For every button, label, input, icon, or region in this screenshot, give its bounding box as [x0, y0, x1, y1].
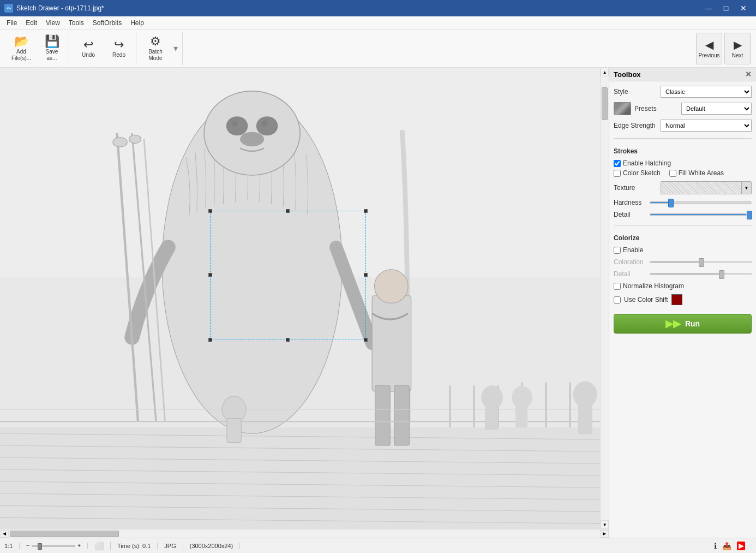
strokes-title: Strokes: [614, 147, 752, 155]
colorize-enable-label[interactable]: Enable: [623, 246, 643, 254]
toolbar-group-batch: ⚙ BatchMode ▾: [139, 32, 183, 65]
svg-point-17: [262, 121, 268, 127]
color-sketch-label[interactable]: Color Sketch: [623, 169, 661, 177]
colorize-detail-slider: [650, 273, 752, 275]
scroll-thumb-v[interactable]: [602, 87, 608, 120]
svg-point-40: [512, 386, 532, 409]
next-label: Next: [732, 52, 743, 58]
svg-point-42: [573, 381, 597, 407]
toolbox-close-button[interactable]: ✕: [745, 70, 752, 79]
colorize-enable-row: Enable: [614, 246, 752, 254]
normalize-histogram-label[interactable]: Normalize Histogram: [623, 282, 684, 290]
texture-label: Texture: [614, 184, 657, 192]
color-shift-swatch[interactable]: [671, 294, 682, 305]
separator-1: [614, 138, 752, 139]
normalize-histogram-checkbox[interactable]: [614, 283, 621, 290]
zoom-plus-icon[interactable]: +: [77, 543, 81, 549]
next-button[interactable]: ▶ Next: [724, 33, 751, 64]
batch-label: BatchMode: [148, 49, 163, 62]
fill-white-areas-label[interactable]: Fill White Areas: [679, 169, 724, 177]
canvas-inner: ▲ ▼: [0, 68, 609, 529]
edge-strength-select[interactable]: Normal Soft Hard: [661, 120, 752, 132]
run-icon: ▶▶: [665, 318, 681, 330]
zoom-thumb[interactable]: [38, 543, 42, 550]
color-sketch-row: Color Sketch: [614, 169, 661, 177]
colorize-enable-checkbox[interactable]: [614, 247, 621, 254]
horizontal-scrollbar[interactable]: ◀ ▶: [0, 529, 609, 538]
batch-mode-button[interactable]: ⚙ BatchMode: [141, 33, 170, 64]
colorize-title: Colorize: [614, 234, 752, 242]
undo-button[interactable]: ↩ Undo: [74, 33, 103, 64]
presets-thumbnail: [614, 102, 631, 115]
hardness-slider[interactable]: [650, 201, 752, 204]
menu-edit[interactable]: Edit: [21, 16, 41, 29]
svg-point-22: [113, 138, 127, 147]
next-arrow-icon: ▶: [734, 38, 742, 51]
scroll-right-button[interactable]: ▶: [600, 530, 609, 538]
detail-slider[interactable]: [650, 213, 752, 216]
statusbar-time: Time (s): 0.1: [117, 543, 158, 549]
add-files-button[interactable]: 📂 AddFile(s)...: [7, 33, 36, 64]
app-icon: ✏: [4, 4, 13, 13]
scroll-down-button[interactable]: ▼: [601, 520, 609, 529]
colorize-detail-fill: [650, 273, 721, 275]
color-sketch-checkbox[interactable]: [614, 170, 621, 177]
style-select[interactable]: Classic Pencil Charcoal: [661, 86, 752, 98]
run-button[interactable]: ▶▶ Run: [614, 314, 752, 334]
presets-select[interactable]: Default Soft Hard: [681, 103, 752, 115]
enable-hatching-checkbox[interactable]: [614, 160, 621, 167]
redo-button[interactable]: ↪ Redo: [104, 33, 134, 64]
scroll-thumb-h[interactable]: [10, 531, 119, 537]
use-color-shift-label[interactable]: Use Color Shift: [624, 296, 668, 304]
canvas-area[interactable]: [0, 68, 600, 529]
fill-white-areas-checkbox[interactable]: [669, 170, 676, 177]
texture-preview[interactable]: ▼: [661, 181, 752, 194]
edge-strength-row: Edge Strength Normal Soft Hard: [614, 120, 752, 132]
menu-tools[interactable]: Tools: [64, 16, 88, 29]
format-label: JPG: [164, 543, 176, 549]
detail-thumb[interactable]: [747, 211, 752, 219]
svg-rect-24: [372, 295, 411, 391]
svg-rect-26: [375, 385, 391, 445]
toolbar-group-main: 📂 AddFile(s)... 💾 Saveas...: [4, 32, 69, 65]
texture-dropdown-button[interactable]: ▼: [741, 182, 751, 194]
colorize-detail-label: Detail: [614, 270, 646, 278]
statusbar-dimensions: (3000x2000x24): [190, 543, 241, 549]
scroll-left-button[interactable]: ◀: [0, 530, 9, 538]
run-label: Run: [685, 319, 700, 328]
edge-strength-label: Edge Strength: [614, 122, 657, 129]
use-color-shift-checkbox[interactable]: [614, 296, 621, 304]
toolbar-more[interactable]: ▾: [171, 41, 180, 56]
svg-point-15: [256, 116, 278, 135]
coloration-thumb: [699, 258, 704, 267]
coloration-row: Coloration: [614, 258, 752, 266]
redo-label: Redo: [112, 52, 125, 58]
vertical-scrollbar[interactable]: ▲ ▼: [600, 68, 609, 529]
save-as-button[interactable]: 💾 Saveas...: [37, 33, 67, 64]
previous-button[interactable]: ◀ Previous: [696, 33, 722, 64]
youtube-icon[interactable]: ▶: [737, 542, 745, 550]
coloration-label: Coloration: [614, 258, 646, 266]
zoom-slider-track[interactable]: [32, 545, 75, 547]
minimize-button[interactable]: —: [700, 0, 717, 16]
zoom-minus-icon[interactable]: −: [26, 543, 29, 549]
hardness-thumb[interactable]: [668, 199, 674, 207]
maximize-button[interactable]: □: [718, 0, 734, 16]
info-icon[interactable]: ℹ: [714, 542, 717, 550]
enable-hatching-label[interactable]: Enable Hatching: [623, 159, 671, 167]
scroll-up-button[interactable]: ▲: [601, 68, 609, 76]
menubar: File Edit View Tools SoftOrbits Help: [0, 16, 756, 29]
coloration-fill: [650, 261, 701, 263]
menu-file[interactable]: File: [2, 16, 21, 29]
coloration-slider: [650, 261, 752, 263]
detail-fill: [650, 214, 746, 215]
close-button[interactable]: ✕: [735, 0, 752, 16]
style-label: Style: [614, 88, 657, 96]
canvas-icon: ⬜: [94, 542, 104, 550]
presets-label: Presets: [634, 105, 678, 112]
window-title: Sketch Drawer - otp-1711.jpg*: [16, 4, 700, 12]
menu-view[interactable]: View: [41, 16, 64, 29]
share-icon[interactable]: 📤: [722, 542, 731, 550]
menu-softorbits[interactable]: SoftOrbits: [88, 16, 126, 29]
menu-help[interactable]: Help: [126, 16, 148, 29]
